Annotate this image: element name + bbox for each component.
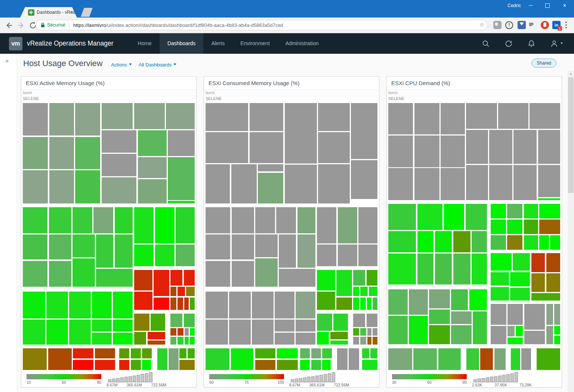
treemap-tile[interactable] (142, 360, 151, 370)
treemap-tile[interactable] (546, 304, 553, 325)
treemap-tile[interactable] (538, 165, 561, 197)
treemap-tile[interactable] (170, 297, 177, 311)
treemap-tile[interactable] (515, 326, 523, 337)
treemap-tile[interactable] (510, 272, 530, 287)
search-icon[interactable] (482, 40, 490, 48)
treemap-tile[interactable] (388, 231, 416, 253)
treemap-tile[interactable] (451, 289, 468, 311)
treemap-tile[interactable] (337, 244, 358, 267)
nav-item-home[interactable]: Home (130, 33, 160, 54)
treemap-tile[interactable] (170, 328, 177, 336)
treemap-tile[interactable] (360, 336, 367, 345)
treemap-tile[interactable] (183, 270, 195, 286)
treemap-tile[interactable] (466, 348, 479, 370)
treemap-tile[interactable] (322, 348, 332, 359)
treemap-tile[interactable] (317, 291, 335, 310)
treemap-tile[interactable] (507, 337, 523, 345)
treemap-tile[interactable] (295, 319, 316, 332)
treemap-tile[interactable] (134, 103, 166, 130)
treemap-tile[interactable] (112, 332, 133, 345)
treemap-tile[interactable] (134, 332, 146, 345)
treemap-tile[interactable] (22, 348, 47, 370)
treemap-tile[interactable] (353, 328, 359, 336)
treemap-tile[interactable] (336, 270, 352, 296)
treemap-tile[interactable] (524, 304, 546, 330)
minimize-button[interactable] (523, 2, 538, 8)
treemap-tile[interactable] (297, 234, 316, 268)
close-button[interactable]: × (557, 2, 573, 9)
treemap-tile[interactable] (353, 286, 359, 296)
treemap-tile[interactable] (490, 235, 506, 250)
treemap-tile[interactable] (49, 234, 72, 260)
treemap-tile[interactable] (317, 207, 337, 244)
treemap-tile[interactable] (490, 304, 507, 325)
treemap-tile[interactable] (93, 207, 114, 234)
treemap-tile[interactable] (69, 291, 91, 319)
treemap-tile[interactable] (353, 270, 365, 286)
linkedin-extension-icon[interactable]: in 1 (552, 21, 561, 29)
treemap-tile[interactable] (277, 348, 298, 359)
treemap-tile[interactable] (524, 330, 546, 345)
treemap-tile[interactable] (114, 234, 133, 268)
treemap-tile[interactable] (507, 203, 523, 219)
treemap-tile[interactable] (490, 219, 506, 234)
treemap-tile[interactable] (278, 268, 315, 287)
treemap-tile[interactable] (417, 203, 443, 230)
treemap-tile[interactable] (255, 360, 276, 370)
treemap-tile[interactable] (317, 332, 329, 345)
treemap-tile[interactable] (205, 164, 230, 204)
treemap-tile[interactable] (466, 165, 488, 200)
treemap-tile[interactable] (255, 258, 278, 287)
treemap-tile[interactable] (531, 273, 545, 292)
treemap-tile[interactable] (367, 328, 371, 336)
treemap-tile[interactable] (72, 234, 95, 258)
treemap-tile[interactable] (358, 244, 378, 267)
treemap-tile[interactable] (554, 335, 561, 345)
treemap-tile[interactable] (337, 348, 348, 370)
treemap-tile[interactable] (440, 135, 465, 167)
treemap-tile[interactable] (469, 289, 487, 311)
treemap-tile[interactable] (538, 130, 561, 165)
treemap-tile[interactable] (336, 297, 352, 311)
treemap-tile[interactable] (353, 297, 359, 311)
browser-tab[interactable]: Dashboards - vRealize Op × (20, 7, 77, 18)
treemap-tile[interactable] (49, 170, 74, 204)
treemap-tile[interactable] (372, 336, 378, 345)
treemap-tile[interactable] (205, 207, 231, 234)
treemap-tile[interactable] (531, 293, 561, 301)
treemap-tile[interactable] (414, 103, 440, 135)
treemap-tile[interactable] (255, 234, 278, 258)
treemap-tile[interactable] (175, 244, 195, 267)
treemap-tile[interactable] (49, 207, 72, 234)
treemap-tile[interactable] (205, 103, 249, 131)
treemap-tile[interactable] (22, 207, 48, 234)
tab-close-icon[interactable]: × (70, 9, 73, 15)
treemap-tile[interactable] (490, 287, 509, 301)
treemap-tile[interactable] (134, 270, 152, 291)
treemap-tile[interactable] (189, 336, 195, 345)
treemap-tile[interactable] (114, 207, 133, 234)
treemap-tile[interactable] (231, 348, 254, 370)
treemap-tile[interactable] (417, 231, 434, 253)
treemap-tile[interactable] (147, 340, 166, 345)
treemap-tile[interactable] (166, 103, 195, 130)
treemap-tile[interactable] (184, 297, 189, 311)
treemap-tile[interactable] (22, 137, 48, 169)
treemap-tile[interactable] (370, 348, 378, 359)
treemap-tile[interactable] (72, 360, 94, 370)
user-menu[interactable] (550, 40, 563, 48)
treemap-tile[interactable] (92, 332, 112, 345)
treemap-tile[interactable] (96, 234, 114, 268)
blocker-extension-icon[interactable] (541, 21, 549, 29)
treemap-tile[interactable] (480, 348, 493, 370)
treemap-tile[interactable] (49, 103, 74, 136)
treemap-tile[interactable] (554, 304, 561, 325)
treemap-tile[interactable] (46, 319, 68, 345)
treemap-tile[interactable] (255, 348, 276, 359)
treemap-tile[interactable] (205, 291, 228, 319)
treemap-tile[interactable] (466, 103, 497, 129)
treemap-tile[interactable] (490, 326, 507, 345)
notifications-bell-icon[interactable] (527, 40, 536, 48)
treemap-tile[interactable] (134, 313, 150, 331)
treemap-tile[interactable] (490, 272, 509, 286)
